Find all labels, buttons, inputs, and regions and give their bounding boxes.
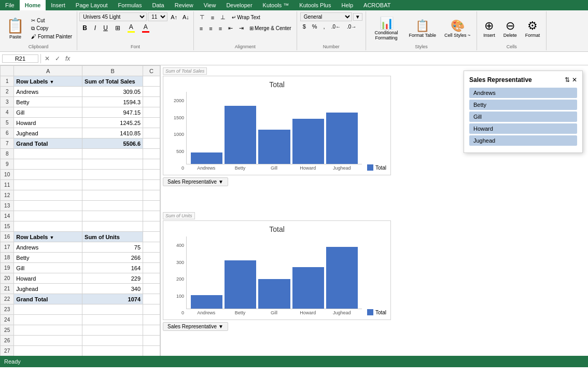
cell-c5[interactable] [143,118,160,128]
cell-name-box[interactable] [2,54,38,63]
cell-b14[interactable] [82,211,143,221]
cell-c24[interactable] [143,315,160,325]
paste-button[interactable]: 📋 Paste [3,16,27,40]
currency-button[interactable]: $ [300,22,309,31]
cell-a9[interactable] [14,159,82,170]
row-header-12[interactable]: 12 [1,190,14,201]
menu-data[interactable]: Data [147,0,169,10]
chart-bar-2[interactable] [258,130,290,164]
cell-c15[interactable] [143,221,160,232]
decrease-indent-button[interactable]: ⇤ [226,23,235,33]
fill-color-button[interactable]: A [124,22,138,34]
cell-b15[interactable] [82,221,143,232]
row-header-16[interactable]: 16 [1,232,14,242]
cell-a26[interactable] [14,336,82,346]
comma-button[interactable]: , [321,22,328,31]
wrap-text-label[interactable]: Wrap Text [237,15,260,20]
cell-a20[interactable]: Howard [14,273,82,284]
cell-b4[interactable]: 947.15 [82,107,143,118]
cell-b5[interactable]: 1245.25 [82,118,143,128]
row-header-20[interactable]: 20 [1,273,14,284]
row-header-9[interactable]: 9 [1,159,14,170]
font-name-select[interactable]: Univers 45 Light [79,12,147,21]
chart-bar-0[interactable] [191,152,222,164]
cell-c26[interactable] [143,336,160,346]
chart-bar-0[interactable] [191,295,222,309]
chart-bar-2[interactable] [258,279,290,309]
cell-a10[interactable] [14,170,82,180]
row-header-10[interactable]: 10 [1,170,14,180]
cell-c14[interactable] [143,211,160,221]
chart2-container[interactable]: Total 400 300 200 100 0 AndrewsBettyGill… [163,220,391,320]
menu-file[interactable]: File [0,0,20,10]
underline-button[interactable]: U [100,23,111,33]
font-size-select[interactable]: 11 [148,12,167,21]
cell-c18[interactable] [143,253,160,263]
cell-b1[interactable]: Sum of Total Sales [82,76,143,87]
cell-b12[interactable] [82,190,143,201]
cell-b27[interactable] [82,346,143,356]
copy-button[interactable]: ⧉ Copy [30,25,74,32]
col-c-header[interactable]: C [143,66,160,76]
format-as-table-button[interactable]: 📋 Format Table [406,18,439,39]
cell-c16[interactable] [143,232,160,242]
menu-page-layout[interactable]: Page Layout [71,0,113,10]
font-color-button[interactable]: A [139,22,152,34]
chart2-axis-dropdown[interactable]: Sales Representative ▼ [163,322,228,331]
cell-c7[interactable] [143,138,160,149]
cell-a24[interactable] [14,315,82,325]
cell-c19[interactable] [143,263,160,273]
cell-b16[interactable]: Sum of Units [82,232,143,242]
cell-a12[interactable] [14,190,82,201]
row-header-2[interactable]: 2 [1,87,14,97]
row-header-1[interactable]: 1 [1,76,14,87]
percent-button[interactable]: % [310,22,320,31]
menu-insert[interactable]: Insert [46,0,71,10]
decrease-font-button[interactable]: A↓ [180,13,191,21]
cell-b24[interactable] [82,315,143,325]
cell-c22[interactable] [143,294,160,304]
chart-bar-3[interactable] [292,119,324,164]
delete-button[interactable]: ⊖ Delete [500,18,520,39]
cell-a27[interactable] [14,346,82,356]
menu-help[interactable]: Help [336,0,358,10]
decrease-decimal-button[interactable]: .0← [329,23,343,31]
row-header-21[interactable]: 21 [1,284,14,294]
cell-a18[interactable]: Betty [14,253,82,263]
cell-c1[interactable] [143,76,160,87]
cell-c3[interactable] [143,97,160,107]
row-header-4[interactable]: 4 [1,107,14,118]
cell-b19[interactable]: 164 [82,263,143,273]
cell-c25[interactable] [143,325,160,336]
chart1-axis-dropdown[interactable]: Sales Representative ▼ [163,177,228,186]
cell-c4[interactable] [143,107,160,118]
row-header-8[interactable]: 8 [1,149,14,159]
cell-b26[interactable] [82,336,143,346]
row-header-5[interactable]: 5 [1,118,14,128]
cell-a17[interactable]: Andrews [14,242,82,253]
number-format-select[interactable]: General [300,12,352,21]
row-header-15[interactable]: 15 [1,221,14,232]
row-header-17[interactable]: 17 [1,242,14,253]
italic-button[interactable]: I [91,23,99,33]
filter-item-jughead[interactable]: Jughead [469,135,577,146]
row-header-18[interactable]: 18 [1,253,14,263]
align-center-button[interactable]: ≡ [206,24,215,33]
cell-c21[interactable] [143,284,160,294]
menu-kutools-plus[interactable]: Kutools Plus [294,0,336,10]
row-header-22[interactable]: 22 [1,294,14,304]
cell-c8[interactable] [143,149,160,159]
filter-item-andrews[interactable]: Andrews [469,88,577,98]
border-button[interactable]: ⊞ [112,23,123,33]
menu-home[interactable]: Home [20,0,46,10]
cell-b2[interactable]: 309.05 [82,87,143,97]
cell-c23[interactable] [143,304,160,315]
cell-a25[interactable] [14,325,82,336]
number-format-expand[interactable]: ▼ [353,13,362,21]
cell-c6[interactable] [143,128,160,138]
chart-bar-1[interactable] [225,106,256,164]
cell-a5[interactable]: Howard [14,118,82,128]
cell-b23[interactable] [82,304,143,315]
cell-c9[interactable] [143,159,160,170]
cell-c2[interactable] [143,87,160,97]
